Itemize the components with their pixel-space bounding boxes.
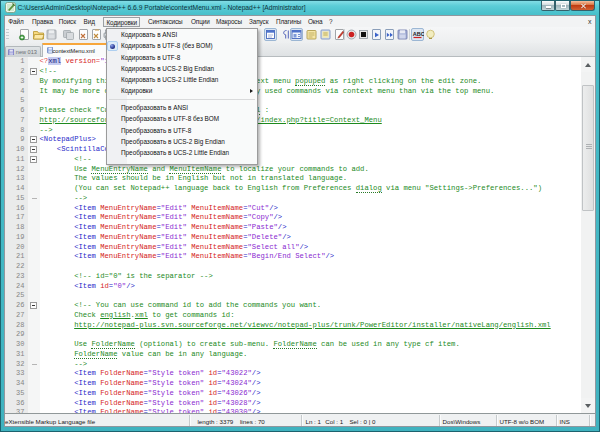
svg-text:ABC: ABC <box>412 31 423 37</box>
